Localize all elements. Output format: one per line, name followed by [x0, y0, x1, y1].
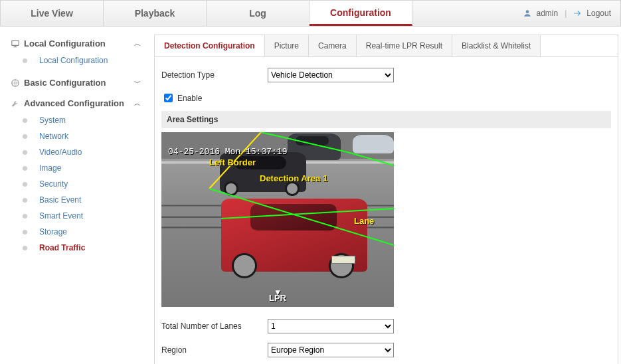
subtab-picture[interactable]: Picture — [265, 35, 309, 56]
sidebar-item-road-traffic[interactable]: Road Traffic — [9, 240, 147, 256]
collapse-icon: ︿ — [134, 99, 141, 108]
monitor-icon — [11, 39, 20, 48]
wrench-icon — [11, 99, 20, 108]
top-nav: Live View Playback Log Configuration adm… — [0, 0, 621, 27]
sidebar-item-local-configuration[interactable]: Local Configuration — [9, 52, 147, 68]
sidebar-item-security[interactable]: Security — [9, 176, 147, 192]
overlay-detection-area: Detection Area 1 — [260, 173, 327, 183]
enable-label: Enable — [177, 94, 202, 103]
sidebar-group-label: Advanced Configuration — [24, 98, 124, 108]
topbar-spacer — [412, 1, 513, 26]
detection-type-select[interactable]: Vehicle Detection — [268, 68, 394, 82]
subtab-detection-configuration[interactable]: Detection Configuration — [155, 35, 265, 56]
sidebar-head-local[interactable]: Local Configuration ︿ — [9, 35, 147, 52]
region-label: Region — [161, 345, 268, 355]
row-detection-type: Detection Type Vehicle Detection — [161, 68, 611, 82]
sidebar-item-storage[interactable]: Storage — [9, 224, 147, 240]
svg-point-0 — [526, 10, 529, 13]
detection-type-label: Detection Type — [161, 70, 268, 80]
logout-link[interactable]: Logout — [586, 9, 611, 18]
region-select[interactable]: Europe Region — [268, 343, 394, 357]
sidebar-group-local: Local Configuration ︿ Local Configuratio… — [9, 35, 147, 71]
row-total-lanes: Total Number of Lanes 1 — [161, 319, 611, 333]
video-preview[interactable]: 04-25-2016 Mon 15:37:19 Left Border Dete… — [161, 132, 394, 307]
overlay-lane: Lane — [354, 216, 374, 226]
user-area: admin | Logout — [513, 1, 620, 26]
area-settings-header: Area Settings — [161, 111, 611, 128]
separator: | — [565, 9, 567, 18]
sidebar-head-advanced[interactable]: Advanced Configuration ︿ — [9, 94, 147, 112]
overlay-lpr: LPR — [269, 287, 286, 303]
sidebar-group-label: Basic Configuration — [24, 78, 106, 88]
collapse-icon: ︿ — [134, 39, 141, 48]
total-lanes-select[interactable]: 1 — [268, 319, 394, 333]
sidebar-head-basic[interactable]: Basic Configuration ﹀ — [9, 74, 147, 92]
svg-rect-1 — [12, 41, 19, 45]
total-lanes-label: Total Number of Lanes — [161, 321, 268, 331]
logout-icon — [573, 9, 582, 18]
globe-icon — [11, 78, 20, 88]
overlay-left-border: Left Border — [209, 157, 256, 167]
sidebar-item-basic-event[interactable]: Basic Event — [9, 192, 147, 208]
row-region: Region Europe Region — [161, 343, 611, 357]
row-enable: Enable — [161, 92, 611, 104]
sidebar-group-advanced: Advanced Configuration ︿ System Network … — [9, 94, 147, 258]
enable-checkbox[interactable] — [164, 94, 173, 102]
tab-live-view[interactable]: Live View — [1, 1, 104, 26]
sidebar: Local Configuration ︿ Local Configuratio… — [3, 35, 147, 364]
user-icon — [523, 9, 532, 18]
sidebar-group-basic: Basic Configuration ﹀ — [9, 74, 147, 92]
expand-icon: ﹀ — [134, 78, 141, 88]
subtab-camera[interactable]: Camera — [309, 35, 357, 56]
main-panel: Detection Configuration Picture Camera R… — [154, 35, 618, 364]
subtab-blacklist-whitelist[interactable]: Blacklist & Whitelist — [452, 35, 541, 56]
tab-playback[interactable]: Playback — [104, 1, 207, 26]
sidebar-group-label: Local Configuration — [24, 39, 106, 48]
tab-log[interactable]: Log — [207, 1, 310, 26]
tab-configuration[interactable]: Configuration — [310, 1, 412, 26]
user-name: admin — [536, 9, 558, 18]
subtabs: Detection Configuration Picture Camera R… — [155, 35, 618, 57]
osd-timestamp: 04-25-2016 Mon 15:37:19 — [168, 147, 287, 157]
sidebar-item-video-audio[interactable]: Video/Audio — [9, 144, 147, 160]
sidebar-item-network[interactable]: Network — [9, 128, 147, 144]
subtab-realtime-lpr-result[interactable]: Real-time LPR Result — [357, 35, 452, 56]
detection-panel: Detection Type Vehicle Detection Enable … — [155, 57, 618, 364]
sidebar-item-image[interactable]: Image — [9, 160, 147, 176]
sidebar-item-smart-event[interactable]: Smart Event — [9, 208, 147, 224]
sidebar-item-system[interactable]: System — [9, 112, 147, 128]
